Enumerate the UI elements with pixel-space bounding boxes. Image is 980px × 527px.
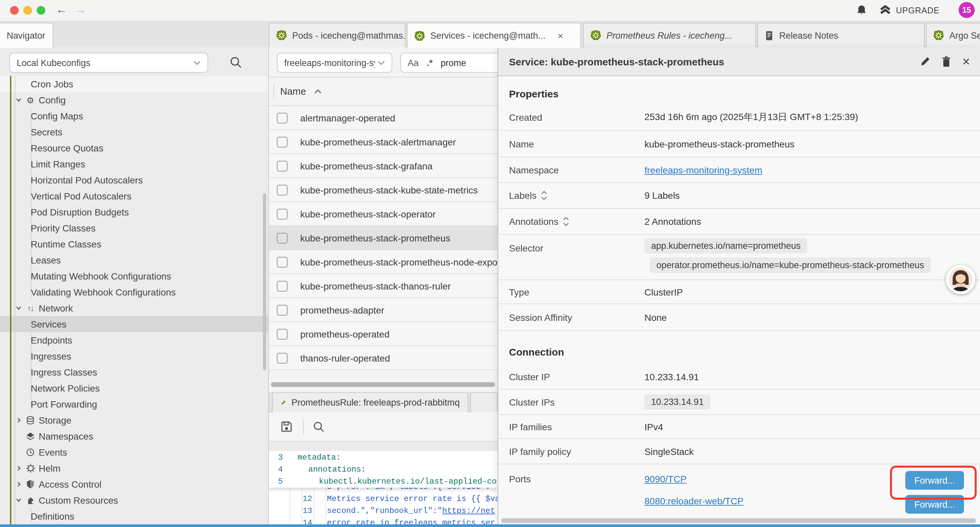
chevron-right-icon[interactable] [15, 481, 22, 488]
code-link[interactable]: https://net [442, 506, 495, 516]
editor-tab-partial[interactable] [470, 392, 498, 412]
sidebar-item-secrets[interactable]: Secrets [0, 124, 269, 140]
table-row[interactable]: prometheus-adapter [269, 298, 498, 322]
chevron-right-icon[interactable] [15, 465, 22, 471]
row-checkbox[interactable] [277, 185, 288, 195]
save-icon[interactable] [280, 420, 293, 433]
row-checkbox[interactable] [277, 232, 288, 243]
sidebar-item-validating-webhook-configurations[interactable]: Validating Webhook Configurations [0, 284, 269, 300]
tab-close-icon[interactable]: × [558, 30, 564, 41]
sidebar-item-leases[interactable]: Leases [0, 252, 269, 268]
horizontal-scrollbar[interactable] [271, 382, 495, 387]
window-minimize-button[interactable] [23, 6, 32, 15]
sidebar-item-access-control[interactable]: Access Control [0, 476, 269, 492]
editor-tab-prometheusrule[interactable]: PrometheusRule: freeleaps-prod-rabbitmq [272, 392, 468, 412]
trash-icon[interactable] [942, 56, 951, 67]
table-row[interactable]: kube-prometheus-stack-operator [269, 202, 498, 226]
sidebar-item-config[interactable]: ⚙ Config [0, 92, 269, 108]
edit-pencil-icon[interactable] [920, 56, 931, 67]
notification-count-badge[interactable]: 15 [959, 2, 975, 18]
sidebar-item-services[interactable]: Services [0, 316, 269, 332]
regex-icon[interactable]: .* [426, 58, 433, 68]
sidebar-item-pod-disruption-budgets[interactable]: Pod Disruption Budgets [0, 204, 269, 220]
sidebar-item-vertical-pod-autoscalers[interactable]: Vertical Pod Autoscalers [0, 188, 269, 204]
tab-argo[interactable]: Argo Se [926, 23, 980, 47]
search-input[interactable]: Aa .* prome [400, 53, 498, 73]
sidebar-scrollbar[interactable] [263, 193, 266, 370]
editor-search-icon[interactable] [313, 420, 325, 433]
yaml-editor[interactable]: 0","for":"1m","labels":{"service":" 12Me… [269, 451, 498, 524]
tab-navigator[interactable]: Navigator [0, 23, 53, 48]
table-row[interactable]: kube-prometheus-stack-grafana [269, 154, 498, 178]
sidebar-item-endpoints[interactable]: Endpoints [0, 332, 269, 348]
row-checkbox[interactable] [277, 209, 288, 219]
chevron-down-icon[interactable] [15, 497, 22, 504]
chevron-down-icon[interactable] [15, 97, 22, 103]
row-checkbox[interactable] [277, 280, 288, 291]
tab-pods[interactable]: Pods - icecheng@mathmas... [269, 23, 406, 47]
sidebar-item-custom-resources[interactable]: Custom Resources [0, 492, 269, 508]
back-icon[interactable]: ← [56, 3, 67, 18]
match-case-icon[interactable]: Aa [407, 58, 418, 68]
sidebar-search-icon[interactable] [229, 56, 242, 69]
row-checkbox[interactable] [277, 137, 288, 147]
sidebar-item-horizontal-pod-autoscalers[interactable]: Horizontal Pod Autoscalers [0, 172, 269, 188]
sidebar-item-limit-ranges[interactable]: Limit Ranges [0, 156, 269, 172]
namespace-select[interactable]: freeleaps-monitoring-system [277, 53, 392, 73]
upgrade-button[interactable]: UPGRADE [879, 5, 940, 15]
sidebar-item-namespaces[interactable]: Namespaces [0, 428, 269, 444]
row-checkbox[interactable] [277, 161, 288, 171]
drawer-horizontal-scrollbar[interactable] [501, 518, 976, 523]
sort-ascending-icon[interactable] [314, 89, 321, 94]
table-row[interactable]: alertmanager-operated [269, 106, 498, 130]
window-close-button[interactable] [10, 6, 19, 15]
table-row[interactable]: kube-prometheus-stack-kube-state-metrics [269, 178, 498, 202]
sidebar-item-network[interactable]: ↑↓ Network [0, 300, 269, 316]
sidebar-item-priority-classes[interactable]: Priority Classes [0, 220, 269, 236]
table-row[interactable]: thanos-ruler-operated [269, 346, 498, 370]
close-icon[interactable]: × [963, 56, 970, 67]
port-link-9090[interactable]: 9090/TCP [644, 474, 743, 484]
row-checkbox[interactable] [277, 256, 288, 267]
table-row[interactable]: prometheus-operated [269, 322, 498, 346]
tab-services[interactable]: Services - icecheng@math... × [407, 23, 581, 48]
sidebar-item-ingress-classes[interactable]: Ingress Classes [0, 364, 269, 380]
table-row-selected[interactable]: kube-prometheus-stack-prometheus [269, 226, 498, 250]
code-text: second.","runbook_url":" [327, 506, 442, 516]
user-avatar[interactable] [946, 265, 975, 294]
expand-toggle-icon[interactable] [563, 217, 569, 226]
sidebar-item-helm[interactable]: Helm [0, 460, 269, 476]
chevron-right-icon[interactable] [15, 417, 22, 424]
sidebar-item-network-policies[interactable]: Network Policies [0, 380, 269, 396]
row-checkbox[interactable] [277, 112, 288, 123]
row-checkbox[interactable] [277, 353, 288, 363]
sidebar-item-resource-quotas[interactable]: Resource Quotas [0, 140, 269, 156]
sidebar-item-events[interactable]: Events [0, 444, 269, 460]
forward-icon[interactable]: → [75, 3, 86, 18]
notifications-bell-icon[interactable] [856, 5, 867, 16]
sidebar-item-storage[interactable]: Storage [0, 412, 269, 428]
sidebar-item-port-forwarding[interactable]: Port Forwarding [0, 396, 269, 412]
tab-release-notes[interactable]: Release Notes [757, 23, 924, 47]
namespace-link[interactable]: freeleaps-monitoring-system [644, 164, 762, 175]
window-zoom-button[interactable] [37, 6, 45, 15]
table-row[interactable]: kube-prometheus-stack-prometheus-node-ex… [269, 250, 498, 274]
sidebar-item-ingresses[interactable]: Ingresses [0, 348, 269, 364]
item-label: Network [39, 303, 73, 314]
row-checkbox[interactable] [277, 328, 288, 339]
kubeconfig-select[interactable]: Local Kubeconfigs [10, 53, 208, 73]
port-link-8080[interactable]: 8080:reloader-web/TCP [644, 496, 743, 506]
sidebar-item-definitions[interactable]: Definitions [0, 508, 269, 524]
sidebar-item-mutating-webhook-configurations[interactable]: Mutating Webhook Configurations [0, 268, 269, 284]
table-row[interactable]: kube-prometheus-stack-alertmanager [269, 130, 498, 154]
tab-prometheus-rules[interactable]: Prometheus Rules - icecheng... [583, 23, 756, 47]
sidebar-item-config-maps[interactable]: Config Maps [0, 108, 269, 124]
row-checkbox[interactable] [277, 304, 288, 315]
sidebar-item-cron-jobs[interactable]: Cron Jobs [0, 76, 269, 92]
chevron-down-icon[interactable] [15, 305, 22, 312]
name-column-header[interactable]: Name [280, 86, 306, 97]
sidebar-item-runtime-classes[interactable]: Runtime Classes [0, 236, 269, 252]
expand-toggle-icon[interactable] [541, 191, 547, 200]
table-row[interactable]: kube-prometheus-stack-thanos-ruler [269, 274, 498, 298]
service-name: alertmanager-operated [300, 112, 395, 123]
